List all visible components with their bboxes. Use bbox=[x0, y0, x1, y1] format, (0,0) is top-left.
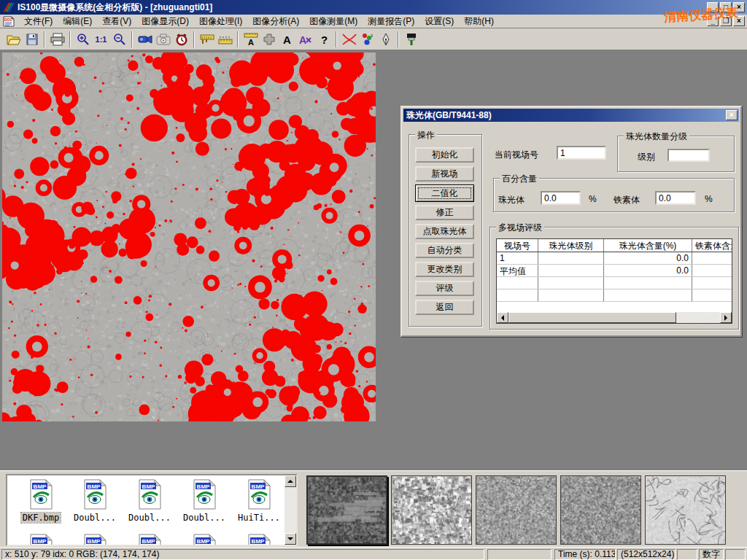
return-button[interactable]: 返回 bbox=[415, 300, 474, 315]
print-button[interactable] bbox=[48, 31, 66, 48]
caliper-button[interactable] bbox=[198, 31, 216, 48]
cell bbox=[538, 289, 604, 301]
scroll-left-icon[interactable] bbox=[497, 312, 508, 323]
table-row[interactable]: 平均值 0.0 bbox=[497, 265, 732, 277]
child-minimize-button[interactable]: _ bbox=[707, 16, 719, 26]
file-item[interactable]: BMP bbox=[233, 534, 285, 546]
svg-text:BMP: BMP bbox=[88, 538, 101, 545]
thumbnail-5[interactable] bbox=[645, 475, 726, 545]
table-row[interactable] bbox=[497, 289, 732, 302]
scrollbar-thumb[interactable] bbox=[508, 312, 676, 323]
menu-image-measure[interactable]: 图像测量(M) bbox=[304, 14, 363, 29]
bmp-file-icon: BMP bbox=[28, 534, 53, 546]
save-button[interactable] bbox=[23, 31, 41, 48]
window-title: IS100显微摄像系统(金相分析版) - [zhuguangti01] bbox=[18, 1, 212, 14]
table-row[interactable]: 1 0.0 bbox=[497, 252, 732, 265]
ferrite-percent-input[interactable] bbox=[655, 191, 696, 205]
bmp-file-icon: BMP bbox=[192, 479, 217, 510]
percent-group: 百分含量 珠光体 % 铁素体 % bbox=[493, 178, 735, 212]
camera-button[interactable] bbox=[154, 31, 172, 48]
menu-settings[interactable]: 设置(S) bbox=[419, 14, 459, 29]
pen-button[interactable] bbox=[376, 31, 395, 48]
file-name: DKF.bmp bbox=[21, 513, 61, 523]
metallographic-image[interactable] bbox=[2, 52, 376, 421]
scrollbar-track[interactable] bbox=[676, 312, 720, 323]
status-panel-empty bbox=[677, 549, 697, 560]
cell bbox=[538, 252, 604, 264]
file-item[interactable]: BMP DKF.bmp bbox=[15, 479, 67, 523]
pearlite-dialog: 珠光体(GB/T9441-88) × 操作 初始化 新视场 二值化 修正 点取珠… bbox=[400, 106, 742, 337]
binarize-button[interactable]: 二值化 bbox=[415, 184, 474, 202]
menu-image-display[interactable]: 图像显示(D) bbox=[136, 14, 194, 29]
zoom-in-button[interactable] bbox=[74, 31, 92, 48]
text-label-button[interactable]: A bbox=[278, 31, 296, 48]
child-close-button[interactable]: × bbox=[733, 16, 745, 26]
measure-text-button[interactable]: A bbox=[241, 31, 260, 48]
brush-button[interactable] bbox=[402, 31, 420, 48]
text-delete-button[interactable]: A bbox=[296, 31, 314, 48]
rate-button[interactable]: 评级 bbox=[415, 281, 474, 296]
help-button[interactable]: ? bbox=[314, 31, 333, 48]
pearlite-percent-input[interactable] bbox=[541, 191, 581, 205]
status-panel-empty bbox=[487, 549, 551, 560]
minimize-button[interactable]: _ bbox=[707, 2, 719, 12]
menu-help[interactable]: 帮助(H) bbox=[459, 14, 499, 29]
dialog-close-button[interactable]: × bbox=[726, 110, 738, 120]
menu-view[interactable]: 查看(V) bbox=[97, 14, 136, 29]
zoom-out-button[interactable] bbox=[110, 31, 128, 48]
bmp-file-icon: BMP bbox=[28, 479, 53, 510]
file-list-scrollbar[interactable] bbox=[285, 475, 296, 545]
file-item[interactable]: BMP HuiTi... bbox=[233, 479, 285, 523]
menu-bar: DOC 文件(F) 编辑(E) 查看(V) 图像显示(D) 图像处理(I) 图像… bbox=[0, 15, 747, 28]
file-item[interactable]: BMP bbox=[178, 534, 231, 546]
thumbnail-3[interactable] bbox=[476, 475, 557, 545]
current-field-label: 当前视场号 bbox=[495, 149, 538, 161]
child-restore-button[interactable]: ❐ bbox=[720, 16, 732, 26]
col-field-no: 视场号 bbox=[497, 239, 538, 252]
file-item[interactable]: BMP Doubl... bbox=[123, 479, 176, 523]
initialize-button[interactable]: 初始化 bbox=[415, 147, 474, 163]
file-item[interactable]: BMP bbox=[123, 534, 176, 546]
dialog-title-bar[interactable]: 珠光体(GB/T9441-88) × bbox=[403, 109, 739, 122]
file-item[interactable]: BMP bbox=[15, 534, 67, 546]
menu-image-analysis[interactable]: 图像分析(A) bbox=[247, 14, 304, 29]
ruler-button[interactable] bbox=[216, 31, 234, 48]
menu-report[interactable]: 测量报告(P) bbox=[363, 14, 419, 29]
pick-pearlite-button[interactable]: 点取珠光体 bbox=[415, 224, 474, 239]
thumbnail-4[interactable] bbox=[560, 475, 641, 545]
maximize-button[interactable]: □ bbox=[720, 2, 732, 12]
scroll-down-icon[interactable] bbox=[285, 533, 296, 545]
phase-dots-button[interactable]: 3 bbox=[358, 31, 376, 48]
file-item[interactable]: BMP bbox=[69, 534, 121, 546]
curve-measure-button[interactable] bbox=[340, 31, 358, 48]
file-name: HuiTi... bbox=[236, 513, 282, 523]
scroll-right-icon[interactable] bbox=[720, 312, 732, 323]
change-class-button[interactable]: 更改类别 bbox=[415, 262, 474, 277]
open-button[interactable] bbox=[4, 31, 23, 48]
timer-button[interactable] bbox=[172, 31, 190, 48]
current-field-input[interactable] bbox=[557, 146, 606, 160]
menu-file[interactable]: 文件(F) bbox=[19, 14, 58, 29]
bmp-file-icon: BMP bbox=[192, 534, 217, 546]
file-name: Doubl... bbox=[127, 513, 172, 523]
table-horizontal-scrollbar[interactable] bbox=[497, 312, 732, 323]
grade-input[interactable] bbox=[667, 149, 710, 162]
menu-edit[interactable]: 编辑(E) bbox=[58, 14, 97, 29]
file-item[interactable]: BMP Doubl... bbox=[69, 479, 121, 523]
menu-image-process[interactable]: 图像处理(I) bbox=[194, 14, 247, 29]
auto-classify-button[interactable]: 自动分类 bbox=[415, 243, 474, 258]
cell bbox=[692, 252, 732, 264]
file-item[interactable]: BMP Doubl... bbox=[178, 479, 231, 523]
table-row[interactable] bbox=[497, 277, 732, 289]
actual-size-button[interactable]: 1:1 bbox=[92, 31, 110, 48]
svg-text:?: ? bbox=[321, 34, 328, 46]
cross-marker-button[interactable] bbox=[260, 31, 278, 48]
video-camera-button[interactable] bbox=[136, 31, 154, 48]
correct-button[interactable]: 修正 bbox=[415, 205, 474, 220]
new-field-button[interactable]: 新视场 bbox=[415, 166, 474, 182]
close-button[interactable]: × bbox=[733, 2, 745, 12]
thumbnail-2[interactable] bbox=[391, 475, 472, 545]
thumbnail-1[interactable] bbox=[306, 475, 387, 545]
scroll-up-icon[interactable] bbox=[285, 475, 296, 487]
bmp-file-icon: BMP bbox=[82, 479, 107, 510]
